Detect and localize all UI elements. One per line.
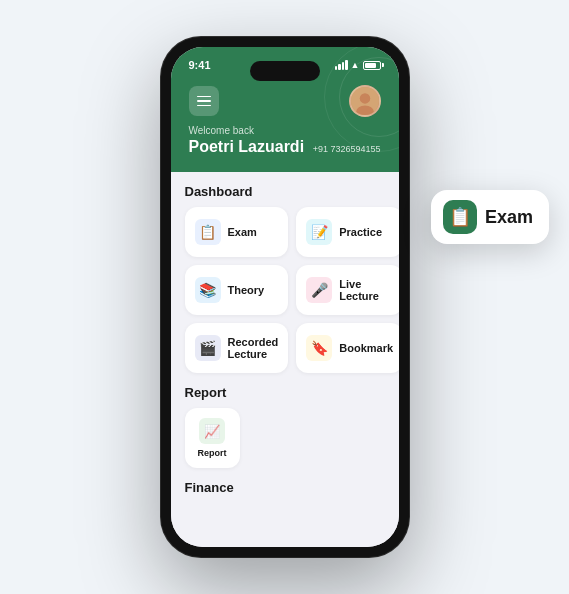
exam-card[interactable]: 📋 Exam xyxy=(185,207,289,257)
recorded-lecture-label: Recorded Lecture xyxy=(228,336,279,360)
exam-icon: 📋 xyxy=(195,219,221,245)
recorded-lecture-card[interactable]: 🎬 Recorded Lecture xyxy=(185,323,289,373)
theory-icon: 📚 xyxy=(195,277,221,303)
report-icon: 📈 xyxy=(199,418,225,444)
report-section-title: Report xyxy=(185,385,385,400)
status-icons: ▲ xyxy=(335,60,381,70)
menu-line-3 xyxy=(197,105,211,107)
phone-number: +91 7326594155 xyxy=(313,144,381,154)
exam-label: Exam xyxy=(228,226,257,238)
bookmark-label: Bookmark xyxy=(339,342,393,354)
user-row: Poetri Lazuardi +91 7326594155 xyxy=(189,138,381,156)
dynamic-island xyxy=(250,61,320,81)
avatar-image xyxy=(351,87,379,115)
finance-section-title: Finance xyxy=(185,480,385,495)
theory-card[interactable]: 📚 Theory xyxy=(185,265,289,315)
exam-badge-icon: 📋 xyxy=(443,200,477,234)
signal-icon xyxy=(335,60,348,70)
theory-label: Theory xyxy=(228,284,265,296)
report-card[interactable]: 📈 Report xyxy=(185,408,240,468)
bookmark-icon: 🔖 xyxy=(306,335,332,361)
user-name: Poetri Lazuardi xyxy=(189,138,305,156)
dashboard-grid: 📋 Exam 📝 Practice 📚 Theory xyxy=(185,207,385,373)
menu-button[interactable] xyxy=(189,86,219,116)
welcome-text: Welcome back xyxy=(189,125,381,136)
dashboard-section-title: Dashboard xyxy=(185,184,385,199)
recorded-lecture-icon: 🎬 xyxy=(195,335,221,361)
avatar[interactable] xyxy=(349,85,381,117)
phone-shell: 9:41 ▲ xyxy=(161,37,409,557)
svg-point-1 xyxy=(359,93,370,104)
report-label: Report xyxy=(198,448,227,458)
practice-icon: 📝 xyxy=(306,219,332,245)
wifi-icon: ▲ xyxy=(351,60,360,70)
phone-screen: 9:41 ▲ xyxy=(171,47,399,547)
practice-label: Practice xyxy=(339,226,382,238)
content-area: Dashboard 📋 Exam 📝 Practice 📚 xyxy=(171,172,399,547)
live-lecture-icon: 🎤 xyxy=(306,277,332,303)
practice-card[interactable]: 📝 Practice xyxy=(296,207,398,257)
header-top xyxy=(189,85,381,117)
exam-badge-text: Exam xyxy=(485,207,533,228)
menu-line-2 xyxy=(197,100,211,102)
battery-icon xyxy=(363,61,381,70)
live-lecture-label: Live Lecture xyxy=(339,278,393,302)
exam-floating-badge[interactable]: 📋 Exam xyxy=(431,190,549,244)
header: Welcome back Poetri Lazuardi +91 7326594… xyxy=(171,77,399,172)
menu-line-1 xyxy=(197,96,211,98)
bookmark-card[interactable]: 🔖 Bookmark xyxy=(296,323,398,373)
scene: 📋 Exam 9:41 ▲ xyxy=(0,0,569,594)
live-lecture-card[interactable]: 🎤 Live Lecture xyxy=(296,265,398,315)
status-time: 9:41 xyxy=(189,59,211,71)
